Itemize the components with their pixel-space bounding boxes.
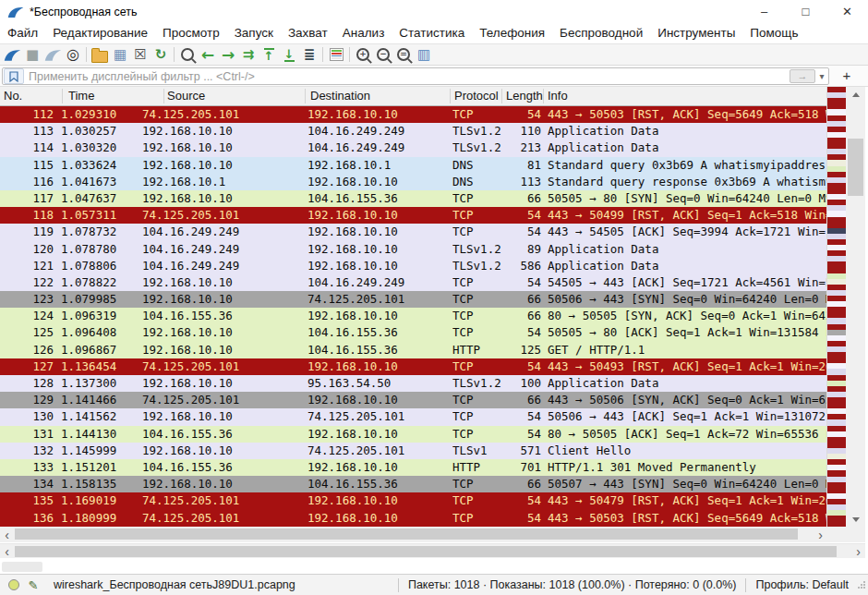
packet-cell-src: 104.16.155.36 (142, 308, 305, 324)
packet-row[interactable]: 1271.13645474.125.205.101192.168.10.10TC… (0, 358, 827, 375)
menu-item-tools[interactable]: Инструменты (650, 23, 742, 43)
column-header-length[interactable]: Length (506, 87, 543, 105)
packet-row[interactable]: 1231.079985192.168.10.1074.125.205.101TC… (0, 291, 827, 308)
display-filter-input[interactable]: Применить дисплейный фильтр ... <Ctrl-/>… (2, 67, 829, 85)
filter-apply-button[interactable]: → (790, 69, 815, 83)
packet-map-scrollbar[interactable] (826, 87, 846, 527)
zoom-normal-icon[interactable]: = (393, 45, 414, 64)
column-header-no[interactable]: No. (4, 87, 22, 105)
menu-item-view[interactable]: Просмотр (155, 23, 227, 43)
capture-options-icon[interactable]: ◎ (63, 45, 83, 64)
zoom-in-icon[interactable]: + (353, 45, 373, 64)
column-separator[interactable] (543, 89, 544, 103)
auto-scroll-icon[interactable]: ≣ (299, 45, 319, 64)
close-button[interactable]: ✕ (826, 0, 868, 23)
packet-row[interactable]: 1351.16901974.125.205.101192.168.10.10TC… (0, 492, 827, 509)
packet-row[interactable]: 1161.041673192.168.10.1192.168.10.10DNS1… (0, 174, 827, 190)
packet-row[interactable]: 1301.141562192.168.10.1074.125.205.101TC… (0, 408, 827, 425)
menu-item-capture[interactable]: Захват (281, 23, 335, 43)
profile-label[interactable]: Профиль: Default (745, 578, 858, 592)
zoom-out-icon[interactable]: − (373, 45, 393, 64)
filter-placeholder-text: Применить дисплейный фильтр ... <Ctrl-/> (29, 70, 255, 83)
filter-bookmark-button[interactable] (4, 68, 24, 84)
column-separator[interactable] (305, 89, 306, 103)
go-to-packet-icon[interactable]: ⇉ (238, 45, 259, 64)
menu-item-edit[interactable]: Редактирование (45, 23, 155, 43)
go-back-icon[interactable]: ← (198, 45, 218, 64)
column-header-info[interactable]: Info (548, 87, 568, 105)
scroll-right-arrow[interactable]: › (814, 527, 827, 542)
packet-row[interactable]: 1201.078780104.16.249.249192.168.10.10TL… (0, 241, 827, 258)
close-file-icon[interactable]: ☒ (130, 45, 151, 64)
save-file-icon[interactable]: ▦ (110, 45, 130, 64)
column-header-source[interactable]: Source (167, 87, 205, 105)
start-capture-icon[interactable] (2, 45, 22, 64)
colorize-packets-icon[interactable] (326, 45, 346, 64)
resize-columns-icon[interactable]: ▥ (414, 45, 434, 64)
scroll-up-arrow[interactable] (846, 87, 865, 102)
menu-item-statistics[interactable]: Статистика (392, 23, 472, 43)
scroll-down-arrow[interactable] (846, 512, 865, 527)
hscrollbar-thumb[interactable] (15, 528, 798, 540)
packet-row[interactable]: 1281.137300192.168.10.1095.163.54.50TLSv… (0, 375, 827, 392)
packet-row[interactable]: 1251.096408192.168.10.10104.16.155.36TCP… (0, 324, 827, 341)
column-separator[interactable] (62, 89, 63, 103)
resize-grip[interactable] (858, 581, 865, 589)
packet-row[interactable]: 1171.047637192.168.10.10104.16.155.36TCP… (0, 190, 827, 207)
minimize-button[interactable]: – (743, 0, 785, 23)
packet-row[interactable]: 1261.096867192.168.10.10104.16.155.36HTT… (0, 342, 827, 358)
column-separator[interactable] (501, 89, 502, 103)
packet-row[interactable]: 1191.078732104.16.249.249192.168.10.10TC… (0, 224, 827, 240)
go-first-packet-icon[interactable]: ↑ (259, 45, 279, 64)
hscrollbar-thumb[interactable] (15, 546, 837, 557)
packet-row[interactable]: 1121.02931074.125.205.101192.168.10.10TC… (0, 106, 827, 123)
find-packet-icon[interactable] (177, 45, 198, 64)
detail-pane-hscrollbar[interactable]: ‹ › (0, 543, 865, 558)
column-header-protocol[interactable]: Protocol (454, 87, 499, 105)
packet-row[interactable]: 1321.145999192.168.10.1074.125.205.101TL… (0, 443, 827, 459)
menu-item-file[interactable]: Файл (0, 23, 45, 43)
menu-item-help[interactable]: Помощь (742, 23, 805, 43)
go-forward-icon[interactable]: → (218, 45, 238, 64)
column-header-destination[interactable]: Destination (310, 87, 370, 105)
menu-item-wireless[interactable]: Беспроводной (552, 23, 650, 43)
packet-row[interactable]: 1221.078822192.168.10.10104.16.249.249TC… (0, 274, 827, 291)
expert-info-button[interactable] (4, 577, 24, 593)
packet-row[interactable]: 1311.144130104.16.155.36192.168.10.10TCP… (0, 426, 827, 443)
filter-dropdown-caret[interactable]: ▾ (815, 71, 828, 81)
packet-row[interactable]: 1211.078806104.16.249.249192.168.10.10TL… (0, 258, 827, 274)
packet-row[interactable]: 1291.14146674.125.205.101192.168.10.10TC… (0, 392, 827, 408)
column-separator[interactable] (163, 89, 164, 103)
restart-capture-icon[interactable] (42, 45, 63, 64)
packet-row[interactable]: 1131.030257192.168.10.10104.16.249.249TL… (0, 123, 827, 140)
packet-cell-time: 1.096408 (61, 324, 140, 341)
column-separator[interactable] (450, 89, 451, 103)
go-last-packet-icon[interactable]: ↓ (279, 45, 299, 64)
filter-add-button[interactable]: + (837, 67, 857, 83)
reload-file-icon[interactable]: ↻ (151, 45, 171, 64)
packet-row[interactable]: 1341.158135192.168.10.10104.16.155.36TCP… (0, 476, 827, 492)
menu-item-analyze[interactable]: Анализ (335, 23, 392, 43)
packet-cell-info: 443 → 50479 [RST, ACK] Seq=1 Ack=1 Win=2… (548, 492, 826, 509)
packet-cell-dst: 74.125.205.101 (307, 408, 450, 425)
packet-row[interactable]: 1151.033624192.168.10.10192.168.10.1DNS8… (0, 157, 827, 174)
packet-row[interactable]: 1361.18099974.125.205.101192.168.10.10TC… (0, 510, 827, 527)
scroll-right-arrow[interactable]: › (851, 544, 865, 558)
packet-cell-no: 120 (0, 241, 54, 258)
maximize-button[interactable]: □ (785, 0, 826, 23)
scroll-left-arrow[interactable]: ‹ (0, 544, 14, 558)
packet-row[interactable]: 1241.096319104.16.155.36192.168.10.10TCP… (0, 308, 827, 324)
column-header-time[interactable]: Time (68, 87, 94, 105)
menu-item-go[interactable]: Запуск (227, 23, 281, 43)
scroll-left-arrow[interactable]: ‹ (0, 527, 14, 542)
packet-row[interactable]: 1141.030320192.168.10.10104.16.249.249TL… (0, 140, 827, 156)
packet-row[interactable]: 1181.05731174.125.205.101192.168.10.10TC… (0, 207, 827, 224)
packet-row[interactable]: 1331.151201104.16.155.36192.168.10.10HTT… (0, 459, 827, 476)
packet-list-hscrollbar[interactable]: ‹ › (0, 527, 827, 542)
open-file-icon[interactable] (90, 45, 110, 64)
capture-comment-icon[interactable]: ✎ (24, 577, 42, 593)
vertical-scrollbar[interactable] (846, 87, 865, 527)
menu-item-telephony[interactable]: Телефония (472, 23, 552, 43)
vertical-scrollbar-thumb[interactable] (848, 139, 863, 196)
stop-capture-icon[interactable]: ■ (22, 45, 42, 64)
